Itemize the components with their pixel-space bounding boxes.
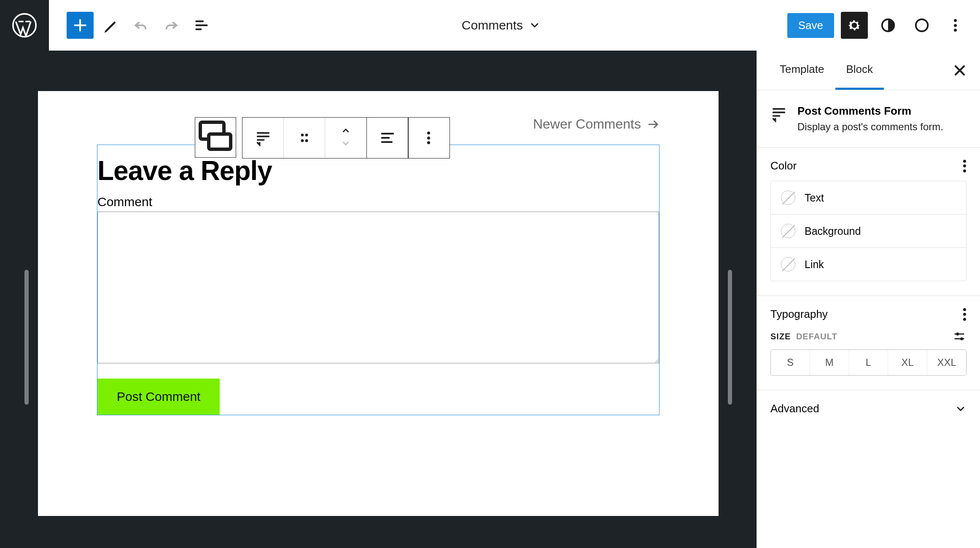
gear-icon [846, 17, 862, 33]
tab-block[interactable]: Block [835, 51, 884, 90]
size-xxl-button[interactable]: XXL [927, 350, 966, 375]
styles-button[interactable] [875, 12, 902, 39]
add-block-button[interactable] [67, 12, 94, 39]
topbar-left-tools [49, 12, 215, 39]
document-overview-button[interactable] [188, 12, 215, 39]
size-default-label: DEFAULT [796, 332, 837, 341]
post-comment-button[interactable]: Post Comment [97, 379, 220, 415]
svg-point-9 [956, 333, 959, 336]
comment-textarea[interactable] [97, 212, 659, 363]
editor-topbar: Comments Save [0, 0, 980, 51]
post-comments-form-icon [255, 129, 272, 146]
save-button[interactable]: Save [787, 13, 834, 38]
svg-point-6 [305, 134, 308, 137]
svg-point-2 [916, 19, 928, 32]
plus-icon [72, 17, 88, 33]
editor-main: 1 2 3 4 5 … 8 Newer Comments Leave a Rep… [0, 51, 980, 548]
redo-icon [163, 17, 179, 33]
size-s-button[interactable]: S [771, 350, 810, 375]
move-down-button[interactable] [340, 138, 351, 150]
wordpress-icon [12, 13, 37, 38]
document-title: Comments [462, 18, 523, 32]
sidebar-tabs: Template Block [757, 51, 980, 90]
color-list: Text Background Link [770, 181, 967, 281]
svg-point-5 [301, 134, 304, 137]
chevron-up-icon [340, 125, 351, 136]
move-up-button[interactable] [340, 125, 351, 138]
empty-swatch-icon [781, 257, 795, 271]
font-size-picker: S M L XL XXL [770, 349, 967, 376]
half-circle-icon [880, 17, 896, 33]
empty-swatch-icon [781, 224, 795, 238]
comments-block-icon [195, 117, 236, 158]
typography-section-menu[interactable] [963, 308, 967, 321]
compass-icon [914, 17, 930, 33]
newer-comments-link[interactable]: Newer Comments [533, 116, 660, 132]
color-section-menu[interactable] [963, 160, 967, 172]
settings-button[interactable] [841, 12, 868, 39]
drag-handle[interactable] [284, 118, 325, 158]
list-view-icon [194, 17, 210, 33]
color-background-label: Background [805, 225, 861, 237]
kebab-icon [954, 19, 957, 32]
svg-rect-4 [209, 134, 231, 149]
block-info-title: Post Comments Form [797, 105, 943, 118]
advanced-heading: Advanced [770, 402, 819, 415]
align-button[interactable] [367, 118, 408, 158]
empty-swatch-icon [781, 191, 795, 205]
advanced-section-toggle[interactable]: Advanced [757, 390, 980, 427]
comment-field-label: Comment [97, 194, 659, 212]
align-left-icon [379, 129, 396, 146]
color-section: Color Text Background Link [757, 148, 980, 296]
pencil-icon [102, 17, 118, 33]
color-text-label: Text [805, 192, 824, 204]
newer-comments-label: Newer Comments [533, 116, 641, 132]
block-more-button[interactable] [408, 118, 450, 158]
svg-point-7 [301, 139, 304, 142]
block-type-button[interactable] [242, 118, 284, 158]
block-info: Post Comments Form Display a post's comm… [757, 90, 980, 148]
canvas-resize-handle-right[interactable] [728, 270, 732, 405]
document-title-dropdown[interactable]: Comments [215, 18, 787, 32]
undo-icon [133, 17, 149, 33]
svg-point-8 [305, 139, 308, 142]
size-label: SIZE [770, 332, 791, 341]
color-heading: Color [770, 159, 797, 172]
post-comments-form-block[interactable]: Leave a Reply Comment Post Comment [97, 145, 660, 415]
undo-button[interactable] [127, 12, 154, 39]
chevron-down-icon [955, 403, 967, 415]
close-sidebar-button[interactable] [951, 62, 968, 79]
color-background-button[interactable]: Background [771, 215, 966, 248]
settings-sidebar: Template Block Post Comments Form Displa… [757, 51, 980, 548]
editor-canvas-wrap: 1 2 3 4 5 … 8 Newer Comments Leave a Rep… [0, 51, 757, 548]
color-link-label: Link [805, 258, 824, 271]
size-l-button[interactable]: L [849, 350, 888, 375]
size-m-button[interactable]: M [810, 350, 849, 375]
topbar-right-tools: Save [787, 12, 980, 39]
block-info-desc: Display a post's comments form. [797, 121, 943, 133]
typography-section: Typography SIZE DEFAULT S M L XL XXL [757, 296, 980, 390]
kebab-icon [427, 132, 431, 144]
size-xl-button[interactable]: XL [888, 350, 927, 375]
wordpress-logo-button[interactable] [0, 0, 49, 51]
view-button[interactable] [908, 12, 935, 39]
more-options-button[interactable] [942, 12, 969, 39]
custom-size-button[interactable] [952, 329, 967, 344]
post-comments-form-icon [770, 105, 787, 122]
tab-template[interactable]: Template [769, 51, 835, 90]
block-toolbar [195, 117, 450, 158]
edit-tool-button[interactable] [97, 12, 124, 39]
typography-heading: Typography [770, 308, 828, 321]
editor-canvas[interactable]: 1 2 3 4 5 … 8 Newer Comments Leave a Rep… [38, 91, 719, 516]
canvas-resize-handle-left[interactable] [24, 270, 29, 405]
color-link-button[interactable]: Link [771, 248, 966, 281]
chevron-down-icon [340, 138, 351, 149]
block-parent-button[interactable] [195, 117, 236, 158]
move-up-down [325, 118, 366, 158]
chevron-down-icon [529, 19, 541, 31]
close-icon [951, 62, 968, 79]
arrow-right-icon [647, 118, 660, 131]
svg-point-10 [960, 337, 963, 340]
redo-button[interactable] [158, 12, 185, 39]
color-text-button[interactable]: Text [771, 181, 966, 215]
